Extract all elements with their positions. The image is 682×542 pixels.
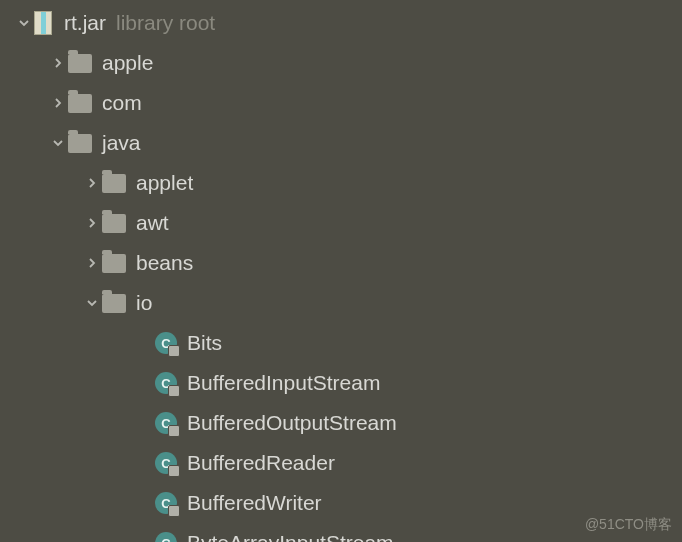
package-label: io bbox=[136, 291, 152, 315]
tree-row-class[interactable]: C BufferedReader bbox=[0, 443, 682, 483]
jar-icon bbox=[34, 11, 52, 35]
chevron-right-icon bbox=[48, 57, 68, 69]
class-label: BufferedInputStream bbox=[187, 371, 380, 395]
folder-icon bbox=[102, 294, 126, 313]
class-icon: C bbox=[155, 452, 177, 474]
root-label: rt.jar bbox=[64, 11, 106, 35]
tree-row-beans[interactable]: beans bbox=[0, 243, 682, 283]
class-icon: C bbox=[155, 412, 177, 434]
tree-row-class[interactable]: C ByteArrayInputStream bbox=[0, 523, 682, 542]
package-label: java bbox=[102, 131, 141, 155]
tree-row-com[interactable]: com bbox=[0, 83, 682, 123]
chevron-right-icon bbox=[82, 217, 102, 229]
chevron-down-icon bbox=[48, 137, 68, 149]
class-label: BufferedOutputStream bbox=[187, 411, 397, 435]
tree-row-class[interactable]: C Bits bbox=[0, 323, 682, 363]
chevron-right-icon bbox=[48, 97, 68, 109]
tree-row-root[interactable]: rt.jar library root bbox=[0, 3, 682, 43]
tree-row-awt[interactable]: awt bbox=[0, 203, 682, 243]
folder-icon bbox=[68, 94, 92, 113]
watermark: @51CTO博客 bbox=[585, 516, 672, 534]
tree-row-class[interactable]: C BufferedWriter bbox=[0, 483, 682, 523]
tree-row-class[interactable]: C BufferedOutputStream bbox=[0, 403, 682, 443]
folder-icon bbox=[68, 54, 92, 73]
class-label: BufferedWriter bbox=[187, 491, 322, 515]
tree-row-class[interactable]: C BufferedInputStream bbox=[0, 363, 682, 403]
package-label: com bbox=[102, 91, 142, 115]
tree-row-applet[interactable]: applet bbox=[0, 163, 682, 203]
class-icon: C bbox=[155, 532, 177, 542]
class-label: Bits bbox=[187, 331, 222, 355]
folder-icon bbox=[102, 214, 126, 233]
folder-icon bbox=[68, 134, 92, 153]
tree-row-io[interactable]: io bbox=[0, 283, 682, 323]
package-label: awt bbox=[136, 211, 169, 235]
class-label: BufferedReader bbox=[187, 451, 335, 475]
tree-row-apple[interactable]: apple bbox=[0, 43, 682, 83]
chevron-down-icon bbox=[82, 297, 102, 309]
chevron-down-icon bbox=[14, 17, 34, 29]
library-root-label: library root bbox=[116, 11, 215, 35]
chevron-right-icon bbox=[82, 257, 102, 269]
class-icon: C bbox=[155, 332, 177, 354]
package-label: applet bbox=[136, 171, 193, 195]
class-icon: C bbox=[155, 492, 177, 514]
folder-icon bbox=[102, 254, 126, 273]
chevron-right-icon bbox=[82, 177, 102, 189]
class-icon: C bbox=[155, 372, 177, 394]
folder-icon bbox=[102, 174, 126, 193]
package-label: apple bbox=[102, 51, 153, 75]
class-label: ByteArrayInputStream bbox=[187, 531, 394, 542]
package-label: beans bbox=[136, 251, 193, 275]
tree-row-java[interactable]: java bbox=[0, 123, 682, 163]
